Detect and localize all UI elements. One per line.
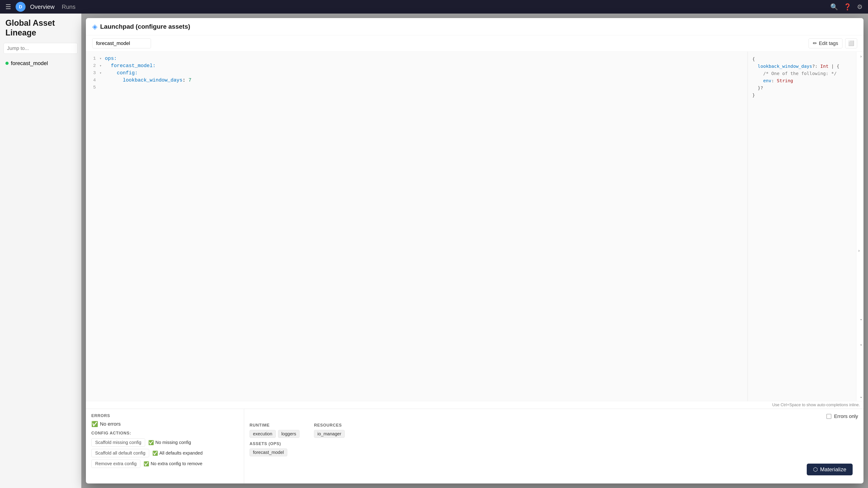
- line-number-5: 5: [86, 84, 99, 90]
- code-panel[interactable]: 1 ▾ ops: 2 ▾ forecast_model: 3 ▾: [86, 52, 748, 401]
- no-errors-row: ✅ No errors: [91, 421, 239, 427]
- resources-col: RESOURCES io_manager: [314, 423, 345, 438]
- schema-code: { lookback_window_days?: Int | { /* One …: [752, 55, 852, 99]
- topbar: ☰ D Overview Runs 🔍 ❓ ⚙: [0, 0, 868, 13]
- search-icon[interactable]: 🔍: [830, 3, 838, 11]
- sidebar-search[interactable]: [4, 43, 78, 54]
- editor-chevrons: › ⌄ ⌄ ⌄: [856, 52, 864, 401]
- no-errors-text: No errors: [100, 421, 121, 427]
- sidebar-title: Global Asset Lineage: [0, 18, 81, 43]
- bottom-panel: ERRORS ✅ No errors CONFIG ACTIONS: Scaff…: [86, 409, 864, 484]
- scaffold-default-text: All defaults expanded: [159, 451, 203, 456]
- line-number-4: 4: [86, 77, 99, 83]
- assets-ops-col: ASSETS (OPS) forecast_model: [250, 442, 287, 456]
- expand-icon-1[interactable]: ›: [857, 53, 864, 60]
- modal-toolbar: ✏ Edit tags ⬜: [86, 35, 864, 52]
- topbar-icons: 🔍 ❓ ⚙: [830, 3, 863, 11]
- tag-io-manager: io_manager: [314, 430, 345, 438]
- collapse-icon-3[interactable]: ⌄: [857, 393, 864, 400]
- code-line-2: 2 ▾ forecast_model:: [86, 63, 747, 70]
- chevron-right-icon[interactable]: ›: [855, 247, 856, 254]
- errors-section: ERRORS ✅ No errors CONFIG ACTIONS: Scaff…: [86, 409, 244, 484]
- edit-pen-icon: ✏: [813, 40, 817, 46]
- line-number-3: 3: [86, 70, 99, 75]
- line-content-1: ops:: [105, 55, 747, 61]
- config-action-remove-extra: Remove extra config ✅ No extra config to…: [91, 459, 239, 468]
- errors-only-row: Errors only: [250, 414, 858, 419]
- hamburger-icon[interactable]: ☰: [5, 3, 11, 11]
- errors-label: ERRORS: [91, 414, 239, 418]
- runtime-tags: execution loggers: [250, 430, 300, 438]
- resources-tags: io_manager: [314, 430, 345, 438]
- fold-arrow-1[interactable]: ▾: [99, 55, 105, 61]
- code-line-4: 4 lookback_window_days: 7: [86, 77, 747, 84]
- schema-panel: { lookback_window_days?: Int | { /* One …: [748, 52, 856, 401]
- code-line-1: 1 ▾ ops:: [86, 55, 747, 63]
- logo: D: [16, 2, 26, 12]
- line-content-2: forecast_model:: [105, 63, 747, 69]
- config-action-scaffold-default: Scaffold all default config ✅ All defaul…: [91, 449, 239, 457]
- line-number-1: 1: [86, 55, 99, 61]
- launchpad-modal: ◈ Launchpad (configure assets) ✏ Edit ta…: [86, 18, 864, 484]
- tag-execution: execution: [250, 430, 276, 438]
- editor-area: 1 ▾ ops: 2 ▾ forecast_model: 3 ▾: [86, 52, 864, 401]
- tag-loggers: loggers: [278, 430, 300, 438]
- scaffold-missing-button[interactable]: Scaffold missing config: [91, 438, 145, 447]
- runtime-label: RUNTIME: [250, 423, 300, 428]
- nav-overview[interactable]: Overview: [30, 3, 55, 10]
- errors-only-checkbox[interactable]: [827, 414, 831, 419]
- assets-ops-row: ASSETS (OPS) forecast_model: [250, 442, 858, 456]
- remove-extra-text: No extra config to remove: [151, 461, 202, 466]
- help-icon[interactable]: ❓: [844, 3, 851, 11]
- status-dot: [5, 62, 8, 65]
- fold-arrow-4-empty: [99, 77, 105, 78]
- config-action-scaffold-missing: Scaffold missing config ✅ No missing con…: [91, 438, 239, 447]
- runtime-tags-row: RUNTIME execution loggers RESOURCES io_m…: [250, 423, 858, 438]
- edit-tags-button[interactable]: ✏ Edit tags: [809, 38, 842, 48]
- resources-label: RESOURCES: [314, 423, 345, 428]
- nav-runs[interactable]: Runs: [62, 3, 75, 10]
- line-content-5: [105, 84, 747, 90]
- materialize-icon: ⬡: [813, 466, 818, 473]
- assets-ops-label: ASSETS (OPS): [250, 442, 287, 446]
- remove-extra-status: ✅ No extra config to remove: [144, 461, 202, 466]
- sidebar-item-forecast-model[interactable]: forecast_model: [0, 57, 81, 69]
- collapse-icon-2[interactable]: ⌄: [857, 340, 864, 348]
- remove-extra-icon: ✅: [144, 461, 149, 466]
- line-number-2: 2: [86, 63, 99, 68]
- modal-header: ◈ Launchpad (configure assets): [86, 18, 864, 35]
- scaffold-missing-icon: ✅: [148, 440, 154, 445]
- line-content-4: lookback_window_days: 7: [105, 77, 747, 83]
- runtime-col: RUNTIME execution loggers: [250, 423, 300, 438]
- modal-title: Launchpad (configure assets): [100, 23, 857, 30]
- layout-icon-button[interactable]: ⬜: [845, 38, 857, 48]
- sidebar: Global Asset Lineage forecast_model: [0, 13, 81, 488]
- asset-search-input[interactable]: [92, 38, 151, 48]
- scaffold-default-status: ✅ All defaults expanded: [152, 451, 203, 456]
- topbar-nav: Overview Runs: [30, 3, 826, 10]
- scaffold-missing-text: No missing config: [155, 440, 191, 445]
- settings-icon[interactable]: ⚙: [857, 3, 863, 11]
- code-line-5: 5: [86, 84, 747, 92]
- runtime-section: Errors only RUNTIME execution loggers RE…: [244, 409, 864, 484]
- fold-arrow-3[interactable]: ▾: [99, 70, 105, 75]
- scaffold-default-button[interactable]: Scaffold all default config: [91, 449, 149, 457]
- code-line-3: 3 ▾ config:: [86, 70, 747, 77]
- remove-extra-button[interactable]: Remove extra config: [91, 459, 141, 468]
- collapse-icon-1[interactable]: ⌄: [857, 315, 864, 322]
- fold-arrow-2[interactable]: ▾: [99, 63, 105, 68]
- main-layout: Global Asset Lineage forecast_model ⬡ ⊕ …: [0, 13, 868, 488]
- errors-only-label: Errors only: [834, 414, 858, 419]
- scaffold-default-icon: ✅: [152, 451, 158, 456]
- edit-tags-label: Edit tags: [819, 40, 838, 46]
- content-area: ⬡ ⊕ ◈ Launchpad (configure assets) ✏ Edi…: [81, 13, 868, 488]
- line-content-3: config:: [105, 70, 747, 76]
- no-errors-icon: ✅: [91, 421, 98, 427]
- materialize-label: Materialize: [820, 466, 846, 473]
- tag-forecast-model: forecast_model: [250, 449, 287, 456]
- materialize-button[interactable]: ⬡ Materialize: [807, 464, 852, 475]
- scaffold-missing-status: ✅ No missing config: [148, 440, 191, 445]
- launchpad-icon: ◈: [92, 23, 97, 31]
- fold-arrow-5-empty: [99, 84, 105, 85]
- config-actions-label: CONFIG ACTIONS:: [91, 431, 239, 435]
